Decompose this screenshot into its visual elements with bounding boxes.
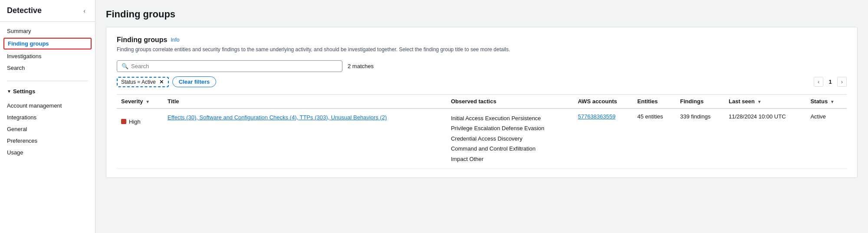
aws-account-cell: 577638363559 [573,108,633,168]
search-icon: 🔍 [122,63,128,69]
sidebar-item-account-management[interactable]: Account management [0,100,95,112]
info-link[interactable]: Info [171,37,179,43]
tactic-credential-access: Credential Access [451,135,496,142]
col-findings: Findings [676,95,724,108]
sidebar-item-usage[interactable]: Usage [0,147,95,158]
tactic-execution: Execution [485,115,510,121]
status-value: Active [810,113,825,120]
sidebar: Detective ‹ Summary Finding groups Inves… [0,0,95,233]
severity-indicator [121,119,126,124]
main-content: Finding groups Finding groups Info Findi… [95,0,868,233]
tactic-initial-access: Initial Access [451,115,483,121]
sidebar-item-search[interactable]: Search [0,62,95,74]
tactic-exfiltration: Exfiltration [509,145,536,152]
content-card: Finding groups Info Finding groups corre… [106,27,858,178]
tactics-cell: Initial Access Execution Persistence Pri… [447,108,574,168]
sidebar-item-general[interactable]: General [0,123,95,135]
search-box: 🔍 [117,60,342,72]
col-title: Title [163,95,447,108]
table-body: High Effects (30), Software and Configur… [117,108,847,168]
findings-table: Severity ▼ Title Observed tactics AWS ac… [117,95,847,169]
card-description: Finding groups correlate entities and se… [117,46,847,53]
page-title: Finding groups [106,9,858,20]
col-accounts: AWS accounts [573,95,633,108]
pagination-next-button[interactable]: › [837,77,847,87]
status-sort-icon: ▼ [830,99,835,104]
findings-value: 339 findings [680,113,710,120]
sidebar-item-investigations[interactable]: Investigations [0,50,95,62]
filter-remove-button[interactable]: ✕ [158,79,164,85]
filter-row: Status = Active ✕ Clear filters ‹ 1 › [117,76,847,87]
col-last-seen[interactable]: Last seen ▼ [724,95,806,108]
entities-value: 45 entities [638,113,663,120]
findings-cell: 339 findings [676,108,724,168]
search-input[interactable] [131,63,338,69]
pagination-prev-button[interactable]: ‹ [814,77,823,87]
last-seen-value: 11/28/2024 10:00 UTC [729,113,786,120]
last-seen-cell: 11/28/2024 10:00 UTC [724,108,806,168]
match-count: 2 matches [348,63,374,69]
col-tactics: Observed tactics [447,95,574,108]
sidebar-item-summary[interactable]: Summary [0,25,95,37]
tactics-list: Initial Access Execution Persistence Pri… [451,113,569,164]
sidebar-item-integrations[interactable]: Integrations [0,112,95,123]
active-filter-tag: Status = Active ✕ [117,77,169,87]
pagination: ‹ 1 › [814,77,847,87]
title-cell: Effects (30), Software and Configuration… [163,108,447,168]
col-entities: Entities [633,95,676,108]
table-header: Severity ▼ Title Observed tactics AWS ac… [117,95,847,108]
tactic-discovery: Discovery [498,135,523,142]
settings-section-title: Settings [0,85,95,96]
title-link[interactable]: Effects (30), Software and Configuration… [168,114,387,121]
sidebar-settings-nav: Account management Integrations General … [0,96,95,162]
app-title: Detective [7,6,42,15]
sidebar-item-finding-groups[interactable]: Finding groups [3,38,92,49]
findings-table-wrapper: Severity ▼ Title Observed tactics AWS ac… [117,94,847,169]
aws-account-link[interactable]: 577638363559 [578,113,615,120]
clear-filters-button[interactable]: Clear filters [172,76,217,87]
tactic-impact: Impact [451,156,468,162]
col-status[interactable]: Status ▼ [806,95,847,108]
status-cell: Active [806,108,847,168]
tactic-command-control: Command and Control [451,145,508,152]
sidebar-header: Detective ‹ [0,0,95,22]
search-row: 🔍 2 matches [117,60,847,72]
sidebar-collapse-button[interactable]: ‹ [81,7,88,15]
table-row: High Effects (30), Software and Configur… [117,108,847,168]
pagination-current-page: 1 [826,78,834,86]
card-title-row: Finding groups Info [117,36,847,44]
tactic-other: Other [470,156,484,162]
severity-sort-icon: ▼ [145,99,150,104]
tactic-persistence: Persistence [511,115,541,121]
col-severity[interactable]: Severity ▼ [117,95,163,108]
entities-cell: 45 entities [633,108,676,168]
card-header: Finding groups Info Finding groups corre… [117,36,847,53]
sidebar-item-preferences[interactable]: Preferences [0,135,95,147]
severity-cell: High [117,108,163,168]
filter-tag-label: Status = Active [121,79,156,85]
sidebar-nav: Summary Finding groups Investigations Se… [0,22,95,77]
last-seen-sort-icon: ▼ [757,99,762,104]
sidebar-divider [7,81,88,81]
tactic-privilege-escalation: Privilege Escalation [451,125,500,131]
severity-value: High [129,118,141,125]
card-title: Finding groups [117,36,167,44]
tactic-defense-evasion: Defense Evasion [502,125,544,131]
